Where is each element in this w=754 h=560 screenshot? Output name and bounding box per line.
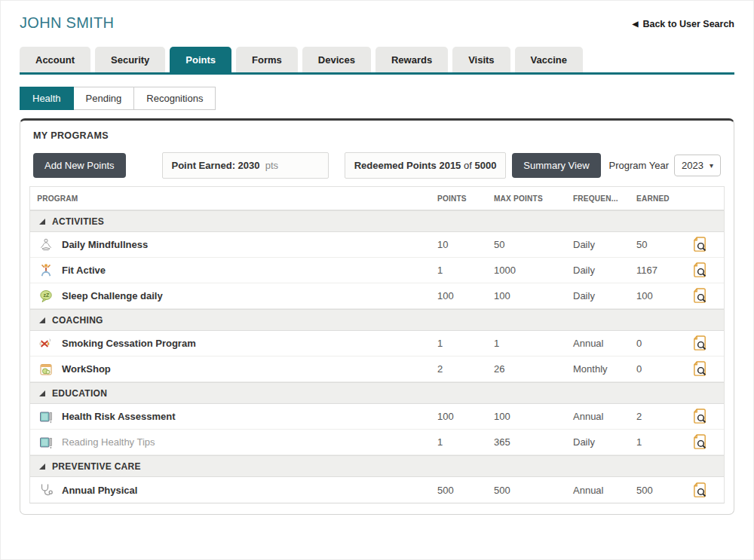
back-to-user-search-link[interactable]: ◀ Back to User Search [633, 19, 734, 29]
max-points-cell: 365 [494, 436, 573, 448]
redeemed-points-value: Redeemed Points 2015 [354, 160, 461, 171]
subtab-health[interactable]: Health [20, 87, 74, 110]
group-label: EDUCATION [52, 388, 107, 399]
frequency-cell: Annual [573, 411, 636, 422]
max-points-cell: 26 [494, 363, 573, 375]
earned-cell: 500 [636, 485, 691, 496]
table-row: Health Risk Assessment 100 100 Annual 2 [30, 404, 724, 430]
no-smoking-icon [38, 335, 54, 352]
table-row: Annual Physical 500 500 Annual 500 [30, 477, 724, 503]
frequency-cell: Daily [573, 239, 636, 250]
frequency-cell: Annual [573, 485, 636, 496]
earned-cell: 0 [636, 363, 691, 375]
earned-cell: 1 [636, 436, 691, 448]
sleep-bubble-icon: zZ [38, 288, 54, 304]
points-cell: 100 [437, 290, 494, 301]
program-name: Health Risk Assessment [62, 411, 176, 422]
group-row-education[interactable]: EDUCATION [30, 382, 724, 404]
tab-devices[interactable]: Devices [302, 47, 371, 72]
table-row: WorkShop 2 26 Monthly 0 [30, 357, 724, 382]
chevron-down-icon: ▾ [710, 161, 713, 170]
jumping-person-icon [38, 262, 54, 279]
tab-account[interactable]: Account [20, 47, 90, 72]
tab-rewards[interactable]: Rewards [375, 47, 448, 72]
points-earned-value: Point Earned: 2030 [172, 160, 260, 171]
points-cell: 2 [437, 363, 494, 375]
program-name: Fit Active [62, 265, 106, 276]
points-cell: 100 [437, 411, 494, 422]
table-row: Daily Mindfullness 10 50 Daily 50 [30, 232, 724, 258]
tab-vaccine[interactable]: Vaccine [515, 47, 583, 72]
collapse-triangle-icon [39, 464, 45, 470]
table-row: Fit Active 1 1000 Daily 1167 [30, 258, 724, 283]
max-points-cell: 1 [494, 338, 573, 349]
table-row: Smoking Cessation Program 1 1 Annual 0 [30, 331, 724, 357]
add-new-points-button[interactable]: Add New Points [33, 153, 126, 178]
header-earned: EARNED [636, 194, 686, 203]
stethoscope-icon [38, 482, 54, 498]
view-details-icon[interactable] [692, 408, 708, 425]
page-title: JOHN SMITH [20, 14, 114, 32]
tab-forms[interactable]: Forms [236, 47, 298, 72]
svg-text:zZ: zZ [43, 292, 50, 298]
workshop-calendar-icon [38, 361, 54, 378]
my-programs-panel: MY PROGRAMS Add New Points Point Earned:… [20, 118, 734, 515]
book-pencil-icon [38, 434, 54, 451]
frequency-cell: Monthly [573, 363, 636, 375]
max-points-cell: 100 [494, 411, 573, 422]
frequency-cell: Daily [573, 290, 636, 301]
points-earned-unit: pts [265, 160, 278, 171]
view-details-icon[interactable] [692, 482, 708, 499]
collapse-triangle-icon [39, 219, 45, 225]
earned-cell: 2 [636, 411, 691, 422]
program-year-label: Program Year [609, 160, 670, 171]
group-row-coaching[interactable]: COACHING [30, 309, 724, 331]
tab-visits[interactable]: Visits [452, 47, 510, 72]
earned-cell: 0 [636, 338, 691, 349]
points-earned-box: Point Earned: 2030 pts [162, 152, 329, 179]
summary-view-button[interactable]: Summary View [512, 153, 600, 178]
collapse-triangle-icon [39, 390, 45, 396]
program-year-value: 2023 [682, 160, 703, 171]
subtab-pending[interactable]: Pending [74, 87, 135, 110]
table-header-row: PROGRAM POINTS MAX POINTS FREQUEN... EAR… [30, 187, 724, 210]
group-row-activities[interactable]: ACTIVITIES [30, 210, 724, 232]
view-details-icon[interactable] [692, 236, 708, 253]
points-cell: 10 [437, 239, 494, 250]
redeemed-of-label: of [464, 160, 472, 171]
max-points-cell: 1000 [494, 265, 573, 276]
frequency-cell: Daily [573, 265, 636, 276]
meditation-icon [38, 237, 54, 253]
group-row-preventive-care[interactable]: PREVENTIVE CARE [30, 455, 724, 477]
view-details-icon[interactable] [692, 335, 708, 352]
program-name: Sleep Challenge daily [62, 290, 163, 301]
page: JOHN SMITH ◀ Back to User Search Account… [0, 0, 754, 560]
tab-points[interactable]: Points [170, 47, 231, 72]
back-link-label: Back to User Search [642, 19, 734, 29]
redeemed-points-box: Redeemed Points 2015 of 5000 [345, 152, 507, 179]
view-details-icon[interactable] [692, 360, 708, 378]
header-points: POINTS [437, 194, 489, 203]
view-details-icon[interactable] [692, 433, 708, 451]
view-details-icon[interactable] [692, 262, 708, 279]
programs-table: PROGRAM POINTS MAX POINTS FREQUEN... EAR… [29, 186, 725, 503]
table-row: Reading Healthy Tips 1 365 Daily 1 [30, 430, 724, 455]
header-max-points: MAX POINTS [494, 194, 567, 203]
group-label: ACTIVITIES [52, 216, 104, 227]
program-name: Smoking Cessation Program [62, 338, 196, 349]
group-label: COACHING [52, 315, 103, 326]
redeemed-points-total: 5000 [474, 160, 496, 171]
max-points-cell: 100 [494, 290, 573, 301]
subtab-recognitions[interactable]: Recognitions [134, 87, 216, 110]
view-details-icon[interactable] [692, 287, 708, 304]
earned-cell: 50 [636, 239, 691, 250]
earned-cell: 100 [636, 290, 691, 301]
tab-security[interactable]: Security [95, 47, 165, 72]
program-name: Reading Healthy Tips [62, 436, 155, 448]
program-year-select[interactable]: 2023 ▾ [674, 155, 721, 176]
book-pencil-icon [38, 409, 54, 425]
frequency-cell: Annual [573, 338, 636, 349]
header-frequency: FREQUEN... [573, 194, 631, 203]
points-cell: 1 [437, 265, 494, 276]
points-cell: 1 [437, 338, 494, 349]
